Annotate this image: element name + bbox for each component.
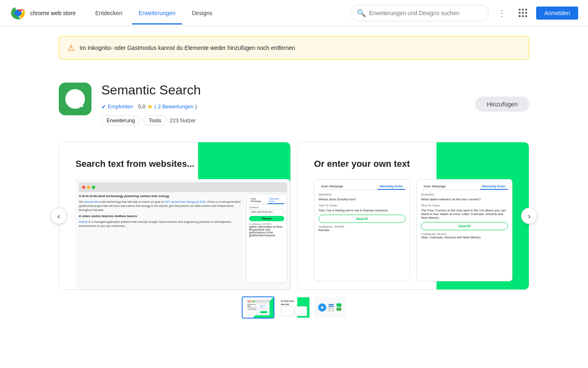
popup-question-label: Question <box>249 206 284 209</box>
rating-value: 5,0 <box>138 103 145 110</box>
main-nav: Entdecken Erweiterungen Designs <box>89 7 350 20</box>
banner-text: Im Inkognito- oder Gastmodus kannst du E… <box>80 45 295 51</box>
extension-icon <box>59 83 91 115</box>
card1-tab-manual[interactable]: Manually Enter <box>377 184 405 190</box>
carousel-track: Search text from websites... <box>59 142 529 290</box>
sign-in-button[interactable]: Anmelden <box>536 7 578 20</box>
extension-name: Semantic Search <box>101 83 466 98</box>
card2-text-value: The Four Corners is the only spot in the… <box>421 209 508 220</box>
chrome-logo-icon <box>10 5 26 21</box>
header-right: 🔍 ⋮ Anmelden <box>350 5 578 21</box>
card2-tab-scan[interactable]: Scan Webpage <box>421 184 448 190</box>
google-apps-button[interactable] <box>515 5 531 21</box>
thumbnail-1[interactable]: A first-of-its-kind... We announced a ne… <box>242 296 274 319</box>
card1-question-value: Where does Dorothy live? <box>318 197 405 201</box>
category-tag[interactable]: Tools <box>143 115 166 126</box>
add-to-chrome-button[interactable]: Hinzufügen <box>475 96 529 112</box>
more-options-button[interactable]: ⋮ <box>494 5 510 21</box>
card2-answer: Utah, Colorado, Arizona and New Mexico <box>421 236 508 239</box>
carousel-next-button[interactable]: › <box>521 208 537 224</box>
popup-tab-manual[interactable]: Manually Enter <box>267 197 284 204</box>
thumbnail-strip: A first-of-its-kind... We announced a ne… <box>59 296 529 319</box>
incognito-banner: ⚠ Im Inkognito- oder Gastmodus kannst du… <box>59 36 529 60</box>
carousel-section: ‹ Search text from websites... <box>59 142 529 290</box>
carousel-slide-1: Search text from websites... <box>59 142 291 290</box>
grid-dots-icon <box>519 9 527 17</box>
slide-2-popups: Scan Webpage Manually Enter Question Whe… <box>314 179 512 281</box>
slide-1-popup: Scan Webpage Manually Enter Question Wha… <box>246 194 287 283</box>
card2-search-button[interactable]: Search <box>421 222 508 230</box>
slide-2-headline: Or enter your own text <box>314 159 410 169</box>
card2-text-label: Text To Scan <box>421 204 508 207</box>
slide-1-main-text: A first-of-its-kind technology powering … <box>79 194 244 283</box>
svg-point-2 <box>16 10 21 16</box>
featured-badge: ✔ Empfohlen <box>101 103 133 110</box>
main-content: ⚠ Im Inkognito- oder Gastmodus kannst du… <box>49 36 539 335</box>
popup-search-button[interactable]: Search <box>249 216 284 221</box>
card1-question-label: Question <box>318 193 405 196</box>
thumbnail-3[interactable] <box>314 296 346 319</box>
slide-2-card-2: Scan Webpage Manually Enter Question Wha… <box>416 179 512 281</box>
popup-tab-scan[interactable]: Scan Webpage <box>249 197 266 204</box>
rating-paren-close: ) <box>195 103 197 110</box>
card1-tab-scan[interactable]: Scan Webpage <box>318 184 346 190</box>
card2-question-label: Question <box>421 193 508 196</box>
carousel-prev-button[interactable]: ‹ <box>51 208 67 224</box>
nav-item-designs[interactable]: Designs <box>185 7 219 20</box>
card1-search-button[interactable]: Search <box>318 215 405 223</box>
slide-1-mockup: A first-of-its-kind technology powering … <box>76 179 290 289</box>
rating-link[interactable]: ( <box>154 103 156 110</box>
star-icon: ★ <box>147 103 153 110</box>
rating-container: 5,0 ★ ( 2 Bewertungen ) <box>138 103 197 110</box>
type-tag[interactable]: Erweiterung <box>101 115 140 126</box>
slide-1-image: Search text from websites... <box>59 142 290 289</box>
header: chrome web store Entdecken Erweiterungen… <box>0 0 588 26</box>
card1-text-label: Text To Scan <box>318 204 405 207</box>
featured-label: Empfohlen <box>108 103 133 110</box>
slide-2-card-1: Scan Webpage Manually Enter Question Whe… <box>314 179 410 281</box>
card2-confidence: Confidence: 94.64% <box>421 233 508 236</box>
search-input[interactable] <box>369 10 482 16</box>
search-box: 🔍 <box>350 5 489 21</box>
slide-2-image: Or enter your own text Scan Webpage Manu… <box>298 142 529 289</box>
featured-icon: ✔ <box>101 103 106 110</box>
extension-info: Semantic Search ✔ Empfohlen 5,0 ★ ( 2 Be… <box>101 83 466 126</box>
popup-answer: gather information on flow, temperature … <box>249 225 284 237</box>
extension-meta: ✔ Empfohlen 5,0 ★ ( 2 Bewertungen ) <box>101 103 466 110</box>
card1-confidence: Confidence: 94.95% <box>318 225 405 228</box>
extension-logo-icon <box>65 88 86 110</box>
nav-item-erweiterungen[interactable]: Erweiterungen <box>132 7 182 20</box>
search-icon: 🔍 <box>357 9 366 18</box>
rating-count[interactable]: 2 Bewertungen <box>158 103 194 110</box>
users-count: 223 Nutzer <box>170 117 196 123</box>
card2-tabs: Scan Webpage Manually Enter <box>421 184 508 190</box>
extension-tags: Erweiterung Tools 223 Nutzer <box>101 115 466 126</box>
slide-1-headline: Search text from websites... <box>76 159 194 169</box>
carousel-slide-2: Or enter your own text Scan Webpage Manu… <box>297 142 529 290</box>
card2-question-value: What states intersect at the four corner… <box>421 197 508 201</box>
extension-header: Semantic Search ✔ Empfohlen 5,0 ★ ( 2 Be… <box>59 70 529 135</box>
popup-question-input: What will Fervo do? <box>249 209 284 214</box>
card1-answer: Kansas <box>318 228 405 232</box>
nav-item-entdecken[interactable]: Entdecken <box>89 7 129 20</box>
thumbnail-2[interactable]: Or enter your own text <box>278 296 310 319</box>
logo-link[interactable]: chrome web store <box>10 5 76 21</box>
card1-text-value: Toto, I've a feeling we're not in Kansas… <box>318 209 405 212</box>
warning-icon: ⚠ <box>67 43 75 53</box>
card1-tabs: Scan Webpage Manually Enter <box>318 184 405 190</box>
header-title: chrome web store <box>30 10 76 16</box>
card2-tab-manual[interactable]: Manually Enter <box>480 184 508 190</box>
